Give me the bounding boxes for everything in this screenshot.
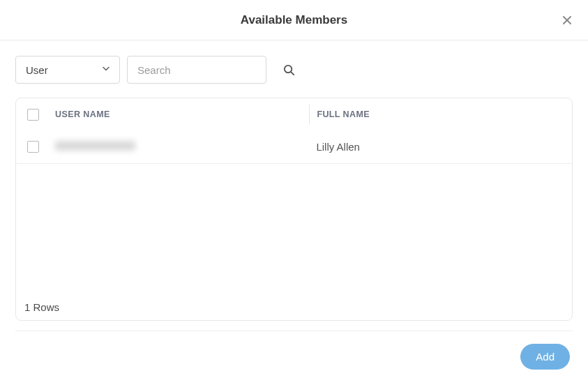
row-checkbox[interactable] xyxy=(27,141,39,153)
close-button[interactable] xyxy=(559,12,575,29)
filter-type-select[interactable]: User xyxy=(15,56,120,84)
table-body: Lilly Allen xyxy=(16,130,572,294)
search-button[interactable] xyxy=(276,57,301,82)
table-footer: 1 Rows xyxy=(16,294,572,320)
chevron-down-icon xyxy=(101,63,111,76)
search-input[interactable] xyxy=(127,56,266,84)
svg-line-3 xyxy=(291,72,294,75)
dialog-title: Available Members xyxy=(241,13,347,27)
table-row[interactable]: Lilly Allen xyxy=(16,130,572,164)
add-button[interactable]: Add xyxy=(520,344,570,370)
members-table: USER NAME FULL NAME Lilly Allen 1 Rows xyxy=(15,98,573,321)
username-cell xyxy=(55,141,135,151)
column-header-username: USER NAME xyxy=(55,109,110,119)
dialog-header: Available Members xyxy=(0,0,588,40)
fullname-cell: Lilly Allen xyxy=(316,141,360,153)
filter-type-value: User xyxy=(26,64,48,76)
close-icon xyxy=(561,15,573,26)
select-all-checkbox[interactable] xyxy=(27,109,39,121)
search-icon xyxy=(282,63,296,77)
dialog-footer: Add xyxy=(15,331,573,377)
row-count: 1 Rows xyxy=(24,301,59,313)
table-header-row: USER NAME FULL NAME xyxy=(16,98,572,130)
available-members-dialog: Available Members User xyxy=(0,0,588,387)
filter-bar: User xyxy=(0,40,588,88)
column-header-fullname: FULL NAME xyxy=(317,109,370,119)
